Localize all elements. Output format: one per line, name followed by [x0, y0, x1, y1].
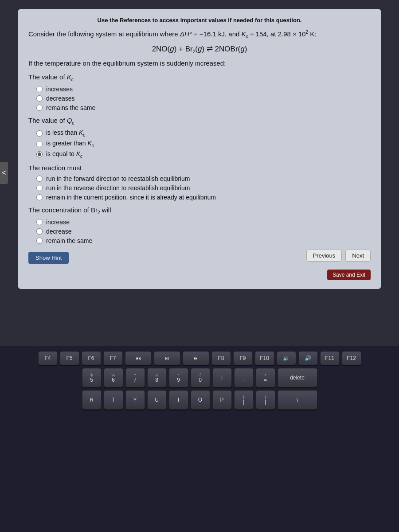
key-o[interactable]: O	[191, 390, 210, 410]
section3-option-remain-current-label: remain in the current position, since it…	[46, 194, 216, 201]
section1-option-remains-same[interactable]: remains the same	[36, 104, 371, 111]
question-card: Use the References to access important v…	[18, 9, 381, 289]
next-button[interactable]: Next	[345, 250, 371, 262]
section1-option-increases[interactable]: increases	[36, 86, 371, 93]
section2-option-less-than[interactable]: is less than Kc	[36, 129, 371, 137]
section2-option-less-than-label: is less than Kc	[46, 129, 85, 137]
bottom-row: Show Hint Previous Next	[28, 250, 371, 266]
section3-options: run in the forward direction to reestabl…	[36, 175, 371, 201]
key-paren-close[interactable]: )	[212, 368, 232, 387]
key-7[interactable]: ^ 7	[125, 368, 145, 387]
show-hint-button[interactable]: Show Hint	[28, 252, 69, 264]
section1-option-decreases[interactable]: decreases	[36, 95, 371, 102]
letter-row1: R T Y U I O P { [ } ] \	[82, 390, 317, 410]
section4-option-decrease-label: decrease	[46, 228, 72, 235]
key-f12[interactable]: F12	[342, 351, 361, 365]
key-f11[interactable]: F11	[320, 351, 340, 365]
section2-option-greater-than[interactable]: is greater than Kc	[36, 140, 371, 148]
key-5[interactable]: $ 5	[82, 368, 102, 387]
key-r[interactable]: R	[82, 390, 102, 410]
key-open-brace[interactable]: { [	[234, 390, 254, 410]
chemical-equation: 2NO(g) + Br2(g) ⇌ 2NOBr(g)	[28, 44, 371, 54]
key-vol-up[interactable]: 🔊	[298, 351, 318, 365]
nav-buttons: Previous Next	[306, 250, 371, 262]
key-f4[interactable]: F4	[38, 351, 58, 365]
save-exit-button[interactable]: Save and Exit	[327, 270, 371, 280]
section4-options: increase decrease remain the same	[36, 219, 371, 244]
section4-label: The concentration of Br2 will	[28, 206, 371, 215]
section2-label: The value of Qc	[28, 117, 371, 125]
key-media-rewind[interactable]: ⏮	[125, 351, 152, 365]
section3-option-remain-current[interactable]: remain in the current position, since it…	[36, 194, 371, 201]
key-f7[interactable]: F7	[103, 351, 123, 365]
keyboard-area: F4 F5 F6 F7 ⏮ ⏯ ⏭ F8 F9 F10 🔉	[0, 346, 399, 532]
reference-note: Use the References to access important v…	[28, 17, 371, 23]
fn-key-row: F4 F5 F6 F7 ⏮ ⏯ ⏭ F8 F9 F10 🔉	[38, 351, 361, 365]
section2-option-greater-than-label: is greater than Kc	[46, 140, 94, 148]
num-key-row: $ 5 % 6 ^ 7 & 8 * 9 ( 0 ) _ -	[82, 368, 317, 387]
previous-button[interactable]: Previous	[306, 250, 342, 262]
key-y[interactable]: Y	[125, 390, 145, 410]
section2-options: is less than Kc is greater than Kc is eq…	[36, 129, 371, 158]
section2-option-equal-to-label: is equal to Kc	[46, 150, 82, 159]
key-equals[interactable]: + =	[256, 368, 275, 387]
section4-option-increase-label: increase	[46, 219, 70, 226]
key-i[interactable]: I	[169, 390, 188, 410]
key-p[interactable]: P	[212, 390, 232, 410]
key-vol-down[interactable]: 🔉	[277, 351, 296, 365]
section1-options: increases decreases remains the same	[36, 86, 371, 111]
section2-option-equal-to[interactable]: is equal to Kc	[36, 150, 371, 159]
key-close-brace[interactable]: } ]	[256, 390, 275, 410]
key-u[interactable]: U	[147, 390, 167, 410]
key-t[interactable]: T	[104, 390, 123, 410]
section1-option-increases-label: increases	[46, 86, 73, 93]
key-0[interactable]: ( 0	[191, 368, 210, 387]
section1-option-remains-same-label: remains the same	[46, 104, 95, 111]
section1-option-decreases-label: decreases	[46, 95, 75, 102]
temp-statement: If the temperature on the equilibrium sy…	[28, 59, 371, 67]
key-media-forward[interactable]: ⏭	[183, 351, 209, 365]
key-f9[interactable]: F9	[233, 351, 253, 365]
key-6[interactable]: % 6	[104, 368, 123, 387]
section4-option-increase[interactable]: increase	[36, 219, 371, 226]
section3-option-forward[interactable]: run in the forward direction to reestabl…	[36, 175, 371, 182]
section4-option-remain-same-label: remain the same	[46, 237, 92, 244]
key-f6[interactable]: F6	[82, 351, 101, 365]
key-media-play[interactable]: ⏯	[154, 351, 180, 365]
left-chevron-icon: <	[2, 169, 6, 177]
key-8[interactable]: & 8	[147, 368, 167, 387]
section3-label: The reaction must	[28, 164, 371, 172]
key-9[interactable]: * 9	[169, 368, 188, 387]
key-f10[interactable]: F10	[255, 351, 274, 365]
section1-label: The value of Kc	[28, 73, 371, 82]
key-minus[interactable]: _ -	[234, 368, 254, 387]
key-backslash[interactable]: \	[278, 390, 317, 410]
section3-option-forward-label: run in the forward direction to reestabl…	[46, 175, 190, 182]
section4-option-remain-same[interactable]: remain the same	[36, 237, 371, 244]
section3-option-reverse-label: run in the reverse direction to reestabl…	[46, 184, 190, 192]
key-f5[interactable]: F5	[60, 351, 79, 365]
section3-option-reverse[interactable]: run in the reverse direction to reestabl…	[36, 184, 371, 192]
problem-statement: Consider the following system at equilib…	[28, 29, 371, 40]
section4-option-decrease[interactable]: decrease	[36, 228, 371, 235]
left-tab[interactable]: <	[0, 162, 8, 184]
key-delete[interactable]: delete	[278, 368, 317, 387]
key-f8[interactable]: F8	[211, 351, 231, 365]
